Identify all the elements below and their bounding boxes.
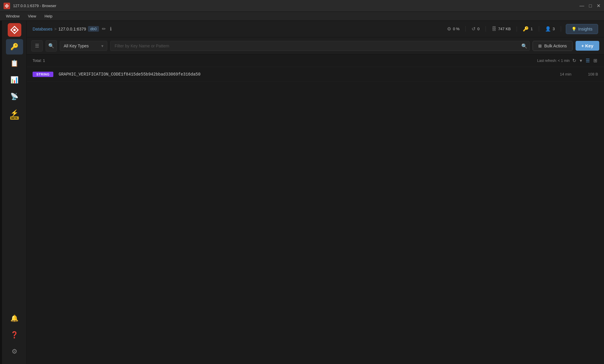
key-type-dropdown[interactable]: All Key Types ▾ <box>60 41 107 51</box>
sidebar-logo <box>8 23 21 37</box>
menu-window[interactable]: Window <box>2 13 23 20</box>
stat-connections: ↺ 0 <box>466 26 486 32</box>
key-list-area: Total: 1 Last refresh: < 1 min ↻ ▾ ☰ ⊞ S… <box>27 54 604 364</box>
search-submit-button[interactable]: 🔍 <box>521 43 527 49</box>
add-key-label: + Key <box>581 43 593 48</box>
keys-value: 1 <box>531 27 533 31</box>
keys-count-icon: 🔑 <box>523 26 529 32</box>
add-key-button[interactable]: + Key <box>576 41 599 51</box>
filter-toggle-button[interactable]: ☰ <box>31 40 43 52</box>
clipboard-icon: 📋 <box>10 60 18 67</box>
cpu-value: 0 % <box>453 27 459 31</box>
menu-help[interactable]: Help <box>41 13 56 20</box>
pubsub-icon: 📡 <box>10 93 18 100</box>
bulk-actions-label: Bulk Actions <box>544 44 567 48</box>
search-type-button[interactable]: 🔍 <box>46 40 57 52</box>
help-icon: ❓ <box>10 331 18 339</box>
sidebar-item-help[interactable]: ❓ <box>6 327 23 343</box>
memory-value: 747 KB <box>498 27 511 31</box>
sidebar-item-analytics[interactable]: 📊 <box>6 72 23 88</box>
header-bar: Databases > 127.0.0.1:6379 db0 ✏ ℹ ⚙ 0 %… <box>27 21 604 37</box>
maximize-button[interactable]: □ <box>589 4 592 8</box>
refresh-options-button[interactable]: ▾ <box>579 57 583 64</box>
key-rows-container: STRING GRAPHIC_VERIFICATION_CODE1f8415de… <box>27 67 604 82</box>
memory-icon: 🗄 <box>492 26 496 32</box>
sidebar-item-notifications[interactable]: 🔔 <box>6 311 23 326</box>
connection-icon: ↺ <box>472 26 475 32</box>
beta-badge: BETA <box>10 116 19 120</box>
users-icon: 👤 <box>545 26 551 32</box>
refresh-button[interactable]: ↻ <box>571 57 577 64</box>
bell-icon: 🔔 <box>10 315 18 322</box>
list-view-button[interactable]: ☰ <box>585 57 591 64</box>
filter-icon: ☰ <box>35 43 39 49</box>
window-controls: — □ ✕ <box>579 4 600 8</box>
app-layout: 🔑 📋 📊 📡 ⚡ BETA 🔔 ❓ ⚙ <box>0 21 604 364</box>
key-type-label: All Key Types <box>64 44 89 48</box>
window-title: 127.0.0.1:6379 - Browser <box>13 4 56 8</box>
insights-button[interactable]: 💡 Insights <box>566 24 598 34</box>
key-list-header: Total: 1 Last refresh: < 1 min ↻ ▾ ☰ ⊞ <box>27 54 604 67</box>
key-size: 108 B <box>580 72 598 76</box>
menu-bar: Window View Help <box>0 12 604 21</box>
close-button[interactable]: ✕ <box>597 4 600 8</box>
sidebar-item-browser[interactable]: 🔑 <box>6 39 23 54</box>
list-controls: Last refresh: < 1 min ↻ ▾ ☰ ⊞ <box>537 57 598 64</box>
sidebar-nav: 🔑 📋 📊 📡 ⚡ BETA <box>6 39 23 311</box>
svg-point-3 <box>13 29 16 31</box>
search-icon: 🔍 <box>521 43 527 48</box>
chevron-down-icon: ▾ <box>101 44 103 48</box>
sidebar-item-settings[interactable]: ⚙ <box>6 344 23 359</box>
cpu-icon: ⚙ <box>447 26 451 32</box>
key-name: GRAPHIC_VERIFICATION_CODE1f8415de55b942b… <box>59 72 548 77</box>
search-container: 🔍 <box>110 41 530 51</box>
chart-icon: 📊 <box>10 76 18 84</box>
minimize-button[interactable]: — <box>579 4 584 8</box>
sidebar-item-pipeline[interactable]: 📋 <box>6 56 23 71</box>
table-row[interactable]: STRING GRAPHIC_VERIFICATION_CODE1f8415de… <box>27 67 604 82</box>
total-count: Total: 1 <box>33 58 45 63</box>
search-filter-icon: 🔍 <box>48 43 54 49</box>
menu-view[interactable]: View <box>24 13 40 20</box>
sidebar-item-triggers[interactable]: ⚡ BETA <box>6 105 23 121</box>
bulk-actions-button[interactable]: ⊞ Bulk Actions <box>533 41 572 51</box>
edit-db-button[interactable]: ✏ <box>101 25 107 33</box>
stat-memory: 🗄 747 KB <box>486 26 517 32</box>
stat-keys: 🔑 1 <box>517 26 539 32</box>
gear-icon: ⚙ <box>12 348 17 355</box>
main-content: Databases > 127.0.0.1:6379 db0 ✏ ℹ ⚙ 0 %… <box>27 21 604 364</box>
insights-icon: 💡 <box>571 27 576 31</box>
header-stats: ⚙ 0 % ↺ 0 🗄 747 KB 🔑 1 👤 3 <box>441 24 598 34</box>
users-value: 3 <box>553 27 555 31</box>
breadcrumb-separator: > <box>54 27 57 31</box>
sidebar-item-pubsub[interactable]: 📡 <box>6 89 23 104</box>
search-input[interactable] <box>110 41 530 51</box>
title-bar: 127.0.0.1:6379 - Browser — □ ✕ <box>0 0 604 12</box>
breadcrumb-databases[interactable]: Databases <box>33 27 52 31</box>
grid-view-button[interactable]: ⊞ <box>592 57 598 64</box>
stat-users: 👤 3 <box>539 26 561 32</box>
connections-value: 0 <box>477 27 479 31</box>
refresh-text: Last refresh: < 1 min <box>537 59 570 63</box>
bulk-icon: ⊞ <box>538 44 542 48</box>
sidebar-bottom: 🔔 ❓ ⚙ <box>6 311 23 362</box>
svg-point-1 <box>6 5 7 6</box>
lightning-icon: ⚡ <box>10 109 18 117</box>
sidebar: 🔑 📋 📊 📡 ⚡ BETA 🔔 ❓ ⚙ <box>2 21 27 364</box>
insights-label: Insights <box>578 27 592 31</box>
db-badge: db0 <box>88 26 99 32</box>
toolbar: ☰ 🔍 All Key Types ▾ 🔍 ⊞ Bulk Actions + K… <box>27 37 604 54</box>
left-edge <box>0 21 2 364</box>
breadcrumb-host: 127.0.0.1:6379 <box>58 27 86 31</box>
stat-cpu: ⚙ 0 % <box>441 26 466 32</box>
key-icon: 🔑 <box>10 43 18 51</box>
key-ttl: 14 min <box>548 72 571 76</box>
info-button[interactable]: ℹ <box>109 25 113 33</box>
breadcrumb: Databases > 127.0.0.1:6379 db0 ✏ ℹ <box>33 25 113 33</box>
app-icon <box>4 3 10 9</box>
key-type-tag: STRING <box>33 72 53 77</box>
